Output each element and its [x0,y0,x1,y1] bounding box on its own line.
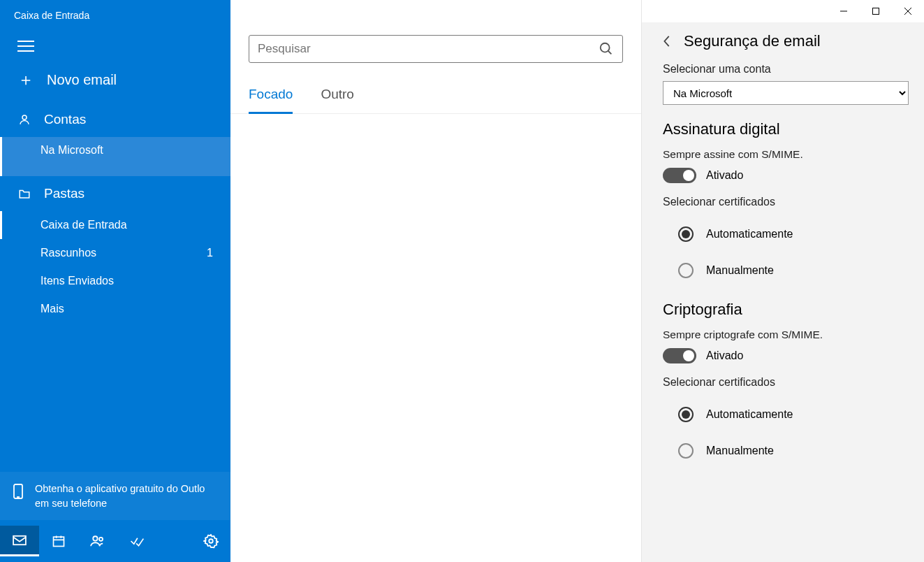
search-box[interactable] [249,35,623,63]
folder-label: Caixa de Entrada [41,219,127,231]
tab-focused[interactable]: Focado [249,82,293,114]
svg-rect-14 [873,8,879,15]
back-button[interactable] [663,35,671,48]
new-email-label: Novo email [47,72,117,88]
account-name: Na Microsoft [41,144,103,156]
radio-label: Manualmente [706,264,774,277]
folder-icon [17,188,31,199]
maximize-icon [872,7,880,15]
svg-point-8 [93,536,97,540]
folders-label: Pastas [44,186,85,201]
gear-icon [203,533,219,549]
folder-badge: 1 [207,247,213,259]
hamburger-icon [17,41,34,52]
inbox-title: Caixa de Entrada [0,0,230,28]
svg-point-9 [99,538,103,541]
window-controls [642,0,924,22]
panel-title: Segurança de email [684,32,821,50]
plus-icon: ＋ [17,69,34,91]
minimize-button[interactable] [828,0,860,22]
select-account-label: Selecionar uma conta [663,63,909,75]
close-button[interactable] [892,0,924,22]
signature-heading: Assinatura digital [663,120,909,138]
account-item-microsoft[interactable]: Na Microsoft [0,137,230,176]
nav-mail[interactable] [0,526,39,556]
svg-point-0 [22,115,27,120]
nav-settings[interactable] [191,526,230,556]
radio-unchecked-icon [678,443,694,459]
accounts-header: Contas [0,102,230,137]
svg-point-10 [209,539,213,543]
signature-cert-auto[interactable]: Automaticamente [663,219,909,249]
new-email-button[interactable]: ＋ Novo email [0,57,230,102]
signature-toggle-label: Ativado [706,169,743,182]
svg-point-11 [601,43,610,52]
person-icon [17,113,31,126]
folder-sent[interactable]: Itens Enviados [0,267,230,295]
folder-label: Itens Enviados [41,275,114,287]
svg-rect-4 [54,537,64,546]
signature-cert-label: Selecionar certificados [663,196,909,208]
hamburger-button[interactable] [0,28,230,57]
close-icon [904,7,912,15]
folder-label: Rascunhos [41,247,96,259]
encryption-desc: Sempre criptografe com S/MIME. [663,329,909,341]
svg-line-12 [608,51,612,55]
encryption-cert-manual[interactable]: Manualmente [663,436,909,466]
encryption-cert-auto[interactable]: Automaticamente [663,400,909,429]
folder-inbox[interactable]: Caixa de Entrada [0,211,230,239]
radio-checked-icon [678,407,694,422]
nav-todo[interactable] [117,526,156,556]
radio-unchecked-icon [678,263,694,278]
bottom-nav [0,520,230,562]
nav-people[interactable] [78,526,117,556]
encryption-toggle-label: Ativado [706,350,743,362]
folder-more[interactable]: Mais [0,295,230,323]
radio-label: Automaticamente [706,408,793,421]
promo-text: Obtenha o aplicativo gratuito do Outlo e… [35,482,205,510]
calendar-icon [52,534,66,548]
promo-banner[interactable]: Obtenha o aplicativo gratuito do Outlo e… [0,472,230,520]
encryption-cert-label: Selecionar certificados [663,376,909,389]
folder-drafts[interactable]: Rascunhos 1 [0,239,230,267]
minimize-icon [839,7,848,15]
panel-header: Segurança de email [663,27,909,63]
account-select[interactable]: Na Microsoft [663,81,909,105]
radio-label: Automaticamente [706,228,793,240]
radio-checked-icon [678,226,694,242]
checkmark-icon [129,535,145,547]
mail-icon [12,535,27,546]
maximize-button[interactable] [860,0,892,22]
people-icon [89,535,106,547]
tab-other[interactable]: Outro [321,82,354,113]
svg-rect-3 [13,535,26,544]
encryption-heading: Criptografia [663,301,909,319]
signature-toggle[interactable] [663,168,696,183]
settings-panel: Segurança de email Selecionar uma conta … [642,0,924,562]
signature-cert-manual[interactable]: Manualmente [663,256,909,285]
nav-calendar[interactable] [39,526,78,556]
search-icon [599,41,614,57]
encryption-toggle[interactable] [663,348,696,363]
chevron-left-icon [663,35,671,48]
folder-label: Mais [41,303,64,315]
search-input[interactable] [258,42,599,56]
phone-icon [13,483,24,500]
radio-label: Manualmente [706,445,774,457]
accounts-label: Contas [44,112,86,127]
main-column: Focado Outro [230,0,642,562]
inbox-tabs: Focado Outro [230,73,641,114]
folders-header: Pastas [0,176,230,211]
sidebar: Caixa de Entrada ＋ Novo email Contas Na … [0,0,230,562]
signature-desc: Sempre assine com S/MIME. [663,148,909,161]
svg-rect-1 [14,484,22,498]
